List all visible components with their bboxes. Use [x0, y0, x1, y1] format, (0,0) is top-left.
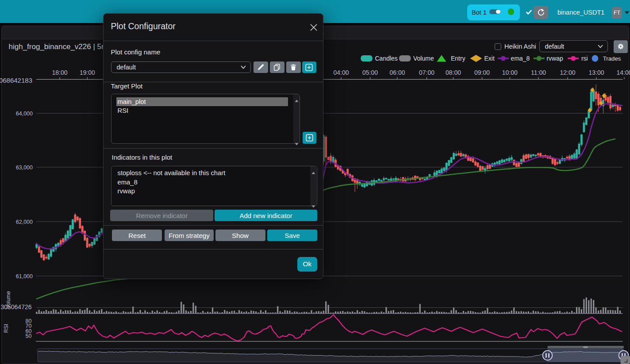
svg-text:64,000: 64,000 — [16, 111, 33, 117]
svg-text:09:00: 09:00 — [474, 69, 490, 76]
svg-text:10:00: 10:00 — [502, 69, 518, 76]
svg-text:19:00: 19:00 — [80, 69, 95, 76]
svg-text:high_frog_binance_v226 | 5m: high_frog_binance_v226 | 5m — [9, 42, 108, 51]
svg-text:RSI: RSI — [3, 324, 9, 333]
svg-text:068642183: 068642183 — [0, 77, 32, 84]
svg-text:Volume: Volume — [413, 55, 434, 62]
svg-text:11:00: 11:00 — [531, 69, 546, 76]
svg-text:04:00: 04:00 — [333, 69, 349, 76]
svg-text:61,000: 61,000 — [16, 273, 33, 280]
svg-text:06:00: 06:00 — [389, 69, 405, 76]
svg-text:07:00: 07:00 — [419, 69, 434, 76]
svg-text:Exit: Exit — [484, 55, 495, 62]
svg-text:18:00: 18:00 — [52, 69, 67, 76]
svg-text:Volume: Volume — [5, 291, 12, 309]
svg-text:50: 50 — [26, 333, 32, 339]
svg-text:Candles: Candles — [375, 55, 398, 62]
svg-text:rsi: rsi — [581, 55, 588, 62]
svg-text:63,000: 63,000 — [16, 165, 33, 171]
svg-text:Trades: Trades — [603, 55, 621, 62]
svg-text:12:00: 12:00 — [560, 69, 575, 76]
svg-text:14:00: 14:00 — [616, 69, 630, 76]
svg-text:08:00: 08:00 — [446, 69, 461, 76]
svg-text:13:00: 13:00 — [588, 69, 604, 76]
svg-text:rvwap: rvwap — [546, 55, 563, 62]
svg-text:05:00: 05:00 — [362, 69, 378, 76]
svg-text:62,000: 62,000 — [16, 219, 33, 225]
svg-text:ema_8: ema_8 — [511, 55, 530, 62]
svg-text:Entry: Entry — [451, 55, 465, 62]
